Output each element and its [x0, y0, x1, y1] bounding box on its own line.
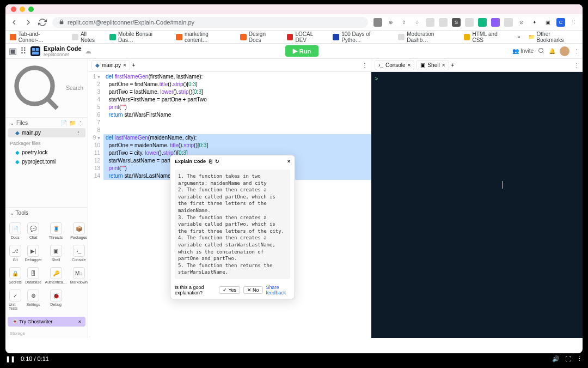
files-header[interactable]: ⌄ Files 📄 📁 ⋮ [5, 118, 88, 128]
browser-window: replit.com/@replitconner/Explain-Code#ma… [5, 4, 583, 353]
more-icon[interactable]: ⋮ [362, 62, 367, 68]
bookmark-item[interactable]: Design Docs [240, 31, 279, 43]
no-button[interactable]: ✕ No [243, 286, 263, 294]
svg-rect-1 [32, 51, 39, 54]
back-button[interactable] [10, 18, 19, 27]
profile-avatar[interactable]: C [556, 18, 565, 27]
bookmark-item[interactable]: Tab-and-Conner-… [10, 31, 64, 43]
maximize-window-dot[interactable] [28, 7, 34, 12]
file-item-pyproject-toml[interactable]: ◆ pyproject.toml [5, 157, 88, 166]
ext-search-icon[interactable]: ⊕ [387, 18, 395, 27]
volume-icon[interactable]: 🔊 [552, 355, 560, 363]
add-tab-icon[interactable]: + [451, 62, 455, 68]
tab-console[interactable]: ›_ Console × [375, 60, 414, 70]
video-time: 0:10 / 0:11 [21, 355, 49, 362]
sidebar-toggle-icon[interactable]: ▣ [9, 47, 16, 56]
more-icon[interactable]: ⋮ [574, 62, 579, 68]
search-icon[interactable] [538, 47, 544, 55]
other-bookmarks[interactable]: 📁Other Bookmarks [528, 31, 578, 43]
extensions-icon[interactable]: ✦ [530, 18, 539, 27]
close-icon[interactable]: × [442, 62, 445, 68]
tool-debugger[interactable]: ▶|Debugger [24, 243, 43, 264]
tool-chat[interactable]: 💬Chat [24, 220, 43, 242]
ext-icon-green[interactable] [478, 18, 487, 27]
file-icon: ◆ [15, 149, 20, 155]
extensions-row: ⊕ ⇧ ☆ S ⊘ ✦ ▣ C ⋮ [373, 18, 578, 27]
file-item-main-py[interactable]: ◆ main.py ⋮ [8, 128, 85, 137]
tools-header[interactable]: ⌄ Tools [5, 207, 88, 218]
close-icon[interactable]: × [287, 159, 290, 164]
console-prompt: > [375, 75, 378, 82]
console-body[interactable]: > [371, 72, 583, 338]
tool-unittests[interactable]: ✓Unit Tests [8, 287, 23, 312]
share-feedback-link[interactable]: Share feedback [266, 285, 290, 295]
ext-share-icon[interactable]: ⇧ [400, 18, 408, 27]
tool-database[interactable]: 🗄Database [24, 265, 43, 286]
tool-git[interactable]: ⎇Git [8, 243, 23, 264]
forward-button[interactable] [24, 18, 33, 27]
close-window-dot[interactable] [11, 7, 16, 12]
new-folder-icon[interactable]: 📁 [69, 120, 76, 126]
ghostwriter-button[interactable]: 👻 Try Ghostwriter × [8, 317, 85, 327]
run-button[interactable]: ▶ Run [285, 45, 318, 57]
tool-authentica[interactable]: 🔑Authentica… [44, 265, 68, 286]
close-icon[interactable]: × [408, 62, 411, 68]
regenerate-icon[interactable]: ↻ [215, 159, 219, 164]
add-tab-icon[interactable]: + [132, 62, 136, 68]
console-pane: ›_ Console × ▣ Shell × + ⋮ > [371, 59, 583, 338]
tool-packages[interactable]: 📦Packages [69, 220, 89, 242]
minimize-window-dot[interactable] [20, 7, 25, 12]
replit-header: ▣ ⠿ Explain Code replitconner ☁ ▶ Run 👥 … [5, 44, 583, 59]
close-icon[interactable]: × [78, 319, 81, 324]
tool-secrets[interactable]: 🔒Secrets [8, 265, 23, 286]
more-icon[interactable]: ⋮ [76, 130, 81, 136]
tool-console[interactable]: ›_Console [69, 243, 89, 264]
search-input[interactable]: Search [5, 59, 88, 118]
explain-title: Explain Code [175, 159, 206, 164]
ext-icon[interactable] [491, 18, 500, 27]
bell-icon[interactable]: 🔔 [549, 48, 555, 54]
bookmarks-overflow[interactable]: » [517, 34, 520, 40]
new-file-icon[interactable]: 📄 [60, 120, 67, 126]
ext-icon[interactable]: ⊘ [517, 18, 526, 27]
pause-icon[interactable]: ❚❚ [5, 355, 15, 363]
copy-icon[interactable]: ⎘ [209, 159, 212, 164]
tool-docs[interactable]: 📄Docs [8, 220, 23, 242]
bookmark-item[interactable]: HTML and CSS [464, 31, 510, 43]
tool-settings[interactable]: ⚙Settings [24, 287, 43, 312]
menu-icon[interactable]: ⋮ [569, 18, 578, 27]
fullscreen-icon[interactable]: ⛶ [565, 355, 571, 362]
bookmark-item[interactable]: Moderation Dashb… [398, 31, 456, 43]
tool-shell[interactable]: ▣Shell [44, 243, 68, 264]
bookmark-item[interactable]: marketing content… [176, 31, 232, 43]
video-menu-icon[interactable]: ⋮ [577, 355, 583, 363]
layout-icon[interactable]: ⠿ [20, 47, 27, 56]
ext-icon[interactable] [426, 18, 434, 27]
bookmark-item[interactable]: LOCAL DEV [287, 31, 326, 43]
user-avatar[interactable] [560, 46, 569, 56]
bookmark-item[interactable]: 100 Days of Pytho… [333, 31, 390, 43]
ext-star-icon[interactable]: ☆ [413, 18, 421, 27]
tool-debug[interactable]: 🐞Debug [44, 287, 68, 312]
panel-icon[interactable]: ▣ [543, 18, 552, 27]
ext-icon[interactable] [465, 18, 474, 27]
ext-icon[interactable] [439, 18, 448, 27]
more-icon[interactable]: ⋮ [78, 120, 83, 126]
tab-main-py[interactable]: ◆ main.py × [91, 60, 130, 70]
yes-button[interactable]: ✓ Yes [219, 286, 240, 294]
ext-icon[interactable] [504, 18, 513, 27]
tool-threads[interactable]: 🧵Threads [44, 220, 68, 242]
file-item-poetry-lock[interactable]: ◆ poetry.lock [5, 148, 88, 157]
invite-button[interactable]: 👥 Invite [512, 48, 534, 54]
tab-shell[interactable]: ▣ Shell × [416, 60, 449, 70]
shell-icon: ▣ [420, 62, 425, 68]
ext-icon[interactable] [373, 18, 382, 27]
bookmark-item[interactable]: Mobile Bonsai Das… [109, 31, 168, 43]
ext-icon-s[interactable]: S [452, 18, 461, 27]
bookmark-item[interactable]: All Notes [72, 31, 102, 43]
tool-markdown[interactable]: M↓Markdown [69, 265, 89, 286]
address-bar[interactable]: replit.com/@replitconner/Explain-Code#ma… [52, 17, 368, 28]
close-icon[interactable]: × [123, 62, 126, 68]
reload-button[interactable] [38, 18, 47, 27]
menu-icon[interactable]: ⋮ [574, 48, 579, 54]
